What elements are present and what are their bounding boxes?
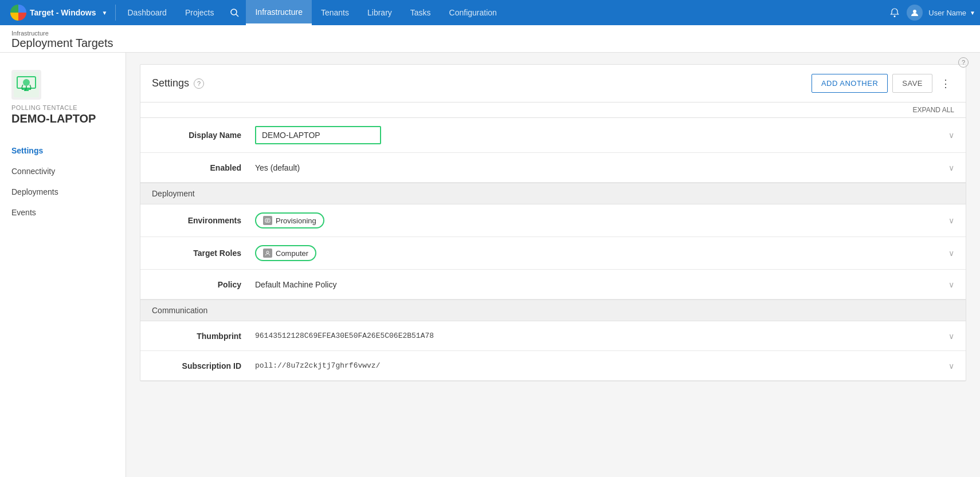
settings-panel: Settings ? ADD ANOTHER SAVE ⋮ EXPAND ALL… [140,64,966,381]
svg-point-2 [894,15,896,17]
sidebar: POLLING TENTACLE DEMO-LAPTOP Settings Co… [0,53,126,477]
sidebar-item-events[interactable]: Events [0,202,126,223]
settings-title: Settings [152,77,189,89]
nav-link-configuration[interactable]: Configuration [440,0,506,25]
communication-section-header: Communication [140,299,966,321]
display-name-chevron: ∨ [948,131,954,140]
top-nav: Target - Windows ▼ Dashboard Projects In… [0,0,980,25]
settings-title-area: Settings ? [152,77,204,89]
svg-rect-7 [24,90,29,91]
page-help-icon[interactable]: ? [958,57,969,68]
policy-chevron: ∨ [948,280,954,289]
nav-divider [115,5,116,21]
nav-links: Dashboard Projects Infrastructure Tenant… [118,0,883,25]
target-roles-tag[interactable]: Computer [255,245,316,261]
thumbprint-chevron: ∨ [948,332,954,341]
main-content: Settings ? ADD ANOTHER SAVE ⋮ EXPAND ALL… [126,53,980,477]
app-dropdown-arrow[interactable]: ▼ [102,10,108,16]
deployment-section-header: Deployment [140,183,966,204]
thumbprint-value: 96143512128C69EFEA30E50FA26E5C06E2B51A78 [255,332,948,340]
policy-row: Policy Default Machine Policy ∨ [140,270,966,299]
breadcrumb-bar: Infrastructure Deployment Targets ? [0,25,980,53]
user-name: User Name [925,9,970,17]
nav-link-infrastructure[interactable]: Infrastructure [246,0,311,25]
display-name-input[interactable] [255,126,381,144]
svg-point-0 [231,9,237,15]
sidebar-subtitle: POLLING TENTACLE [11,104,77,111]
app-logo[interactable]: Target - Windows ▼ [5,5,113,21]
display-name-label: Display Name [152,131,255,140]
expand-all-button[interactable]: EXPAND ALL [913,106,954,114]
svg-point-3 [913,10,916,13]
sidebar-item-connectivity[interactable]: Connectivity [0,161,126,182]
thumbprint-row: Thumbprint 96143512128C69EFEA30E50FA26E5… [140,321,966,351]
enabled-label: Enabled [152,163,255,172]
nav-search-icon[interactable] [223,0,246,25]
add-another-button[interactable]: ADD ANOTHER [812,74,888,93]
subscription-id-row: Subscription ID poll://8u7z2ckjtj7ghrf6v… [140,351,966,381]
display-name-value [255,126,948,144]
subscription-id-label: Subscription ID [152,361,255,370]
display-name-row: Display Name ∨ [140,118,966,153]
target-roles-chevron: ∨ [948,249,954,258]
sidebar-nav: Settings Connectivity Deployments Events [0,140,126,223]
nav-link-tasks[interactable]: Tasks [401,0,440,25]
target-roles-label: Target Roles [152,249,255,258]
environment-tag-icon [263,216,272,225]
environments-label: Environments [152,216,255,225]
page-title: Deployment Targets [11,37,969,50]
app-name: Target - Windows [30,8,96,17]
target-roles-row: Target Roles Computer ∨ [140,237,966,270]
target-roles-value: Computer [255,245,948,261]
role-tag-icon [263,249,272,258]
more-options-button[interactable]: ⋮ [937,75,954,92]
environments-tag[interactable]: Provisioning [255,212,324,228]
notification-bell[interactable] [883,7,907,18]
nav-right: User Name ▼ [883,5,980,21]
target-icon [11,70,41,100]
svg-rect-9 [265,219,270,222]
environment-tag-label: Provisioning [276,216,316,225]
logo-icon [10,5,26,21]
sidebar-logo-area: POLLING TENTACLE DEMO-LAPTOP [0,64,126,135]
main-layout: POLLING TENTACLE DEMO-LAPTOP Settings Co… [0,53,980,477]
thumbprint-label: Thumbprint [152,332,255,341]
nav-link-dashboard[interactable]: Dashboard [118,0,176,25]
nav-link-library[interactable]: Library [358,0,401,25]
environments-chevron: ∨ [948,216,954,225]
subscription-id-chevron: ∨ [948,361,954,370]
sidebar-item-settings[interactable]: Settings [0,140,126,161]
svg-point-12 [266,251,269,254]
svg-point-8 [23,79,30,86]
environments-row: Environments Provisioning ∨ [140,204,966,237]
environments-value: Provisioning [255,212,948,228]
enabled-row: Enabled Yes (default) ∨ [140,153,966,183]
save-button[interactable]: SAVE [892,74,932,93]
role-tag-label: Computer [276,249,308,258]
sidebar-item-deployments[interactable]: Deployments [0,182,126,202]
settings-help-icon[interactable]: ? [194,78,204,89]
sidebar-machine-name: DEMO-LAPTOP [11,112,96,125]
breadcrumb-parent: Infrastructure [11,30,969,37]
policy-value: Default Machine Policy [255,280,948,289]
nav-link-projects[interactable]: Projects [176,0,224,25]
enabled-value: Yes (default) [255,163,948,172]
user-avatar[interactable] [907,5,923,21]
enabled-chevron: ∨ [948,163,954,172]
header-actions: ADD ANOTHER SAVE ⋮ [812,74,954,93]
expand-all-row: EXPAND ALL [140,103,966,118]
nav-link-tenants[interactable]: Tenants [312,0,358,25]
policy-label: Policy [152,280,255,289]
user-dropdown-arrow[interactable]: ▼ [970,10,980,16]
svg-line-1 [236,14,238,17]
tentacle-icon-svg [14,72,39,97]
settings-header: Settings ? ADD ANOTHER SAVE ⋮ [140,65,966,103]
subscription-id-value: poll://8u7z2ckjtj7ghrf6vwvz/ [255,361,948,370]
